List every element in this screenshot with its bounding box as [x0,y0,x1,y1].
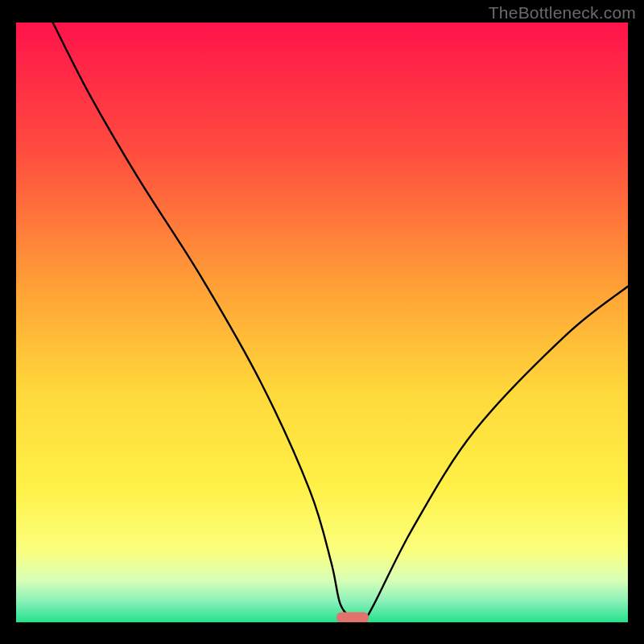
plot-background [16,23,628,622]
watermark-label: TheBottleneck.com [489,3,636,23]
bottleneck-plot [16,23,628,622]
ideal-marker [336,613,369,622]
chart-frame: TheBottleneck.com [0,0,644,644]
plot-svg [16,23,628,622]
